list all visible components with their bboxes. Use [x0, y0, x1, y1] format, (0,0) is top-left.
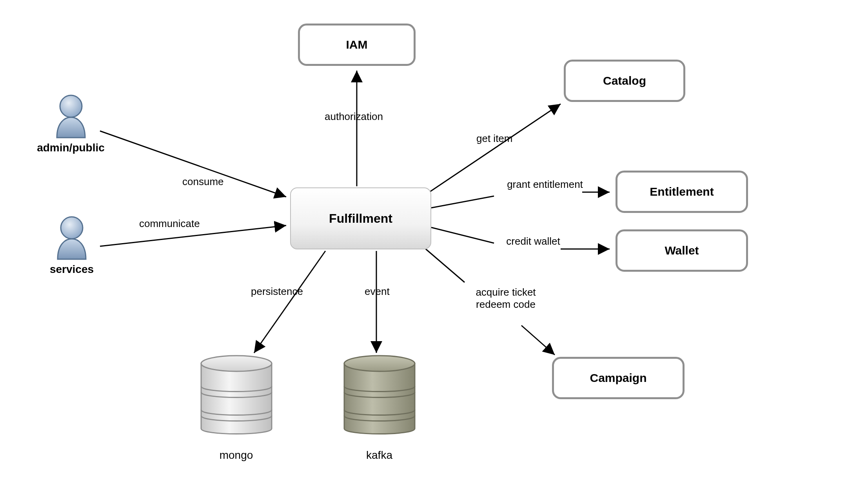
svg-point-12 — [60, 95, 82, 117]
svg-point-13 — [61, 217, 83, 239]
actor-admin-public: admin/public — [35, 92, 107, 154]
db-kafka: kafka — [335, 351, 423, 462]
person-icon — [53, 92, 89, 138]
node-wallet-label: Wallet — [665, 244, 699, 257]
db-mongo: mongo — [192, 351, 280, 462]
node-catalog: Catalog — [564, 60, 685, 102]
db-kafka-label: kafka — [335, 449, 423, 462]
edge-communicate-label: communicate — [139, 218, 200, 230]
svg-point-15 — [344, 356, 415, 371]
edge-grant-entitlement-label: grant entitlement — [506, 178, 584, 191]
svg-point-14 — [201, 356, 272, 371]
node-entitlement: Entitlement — [616, 171, 748, 213]
diagram-canvas: Fulfillment IAM Catalog Entitlement Wall… — [0, 0, 868, 498]
svg-line-10 — [423, 247, 465, 282]
actor-admin-public-label: admin/public — [35, 142, 107, 154]
node-entitlement-label: Entitlement — [650, 185, 714, 198]
edge-authorization-label: authorization — [325, 111, 383, 123]
svg-line-8 — [431, 227, 494, 243]
node-campaign: Campaign — [552, 357, 685, 399]
svg-line-6 — [431, 196, 494, 208]
node-fulfillment: Fulfillment — [290, 187, 431, 249]
edge-consume-label: consume — [182, 176, 224, 188]
actor-services: services — [42, 214, 101, 276]
db-mongo-label: mongo — [192, 449, 280, 462]
database-icon — [340, 351, 419, 441]
node-fulfillment-label: Fulfillment — [329, 211, 392, 226]
node-campaign-label: Campaign — [590, 371, 646, 385]
edge-get-item-label: get item — [476, 133, 513, 145]
database-icon — [197, 351, 276, 441]
svg-line-11 — [521, 325, 555, 355]
edge-acquire-redeem-label: acquire ticket redeem code — [463, 286, 549, 311]
node-catalog-label: Catalog — [603, 74, 646, 87]
edge-persistence-label: persistence — [251, 285, 303, 298]
node-iam-label: IAM — [346, 38, 368, 51]
edge-event-label: event — [365, 285, 390, 298]
node-iam: IAM — [298, 24, 416, 66]
node-wallet: Wallet — [616, 229, 748, 272]
person-icon — [54, 214, 90, 260]
svg-line-3 — [254, 251, 325, 353]
actor-services-label: services — [42, 263, 101, 276]
edge-credit-wallet-label: credit wallet — [506, 235, 561, 247]
